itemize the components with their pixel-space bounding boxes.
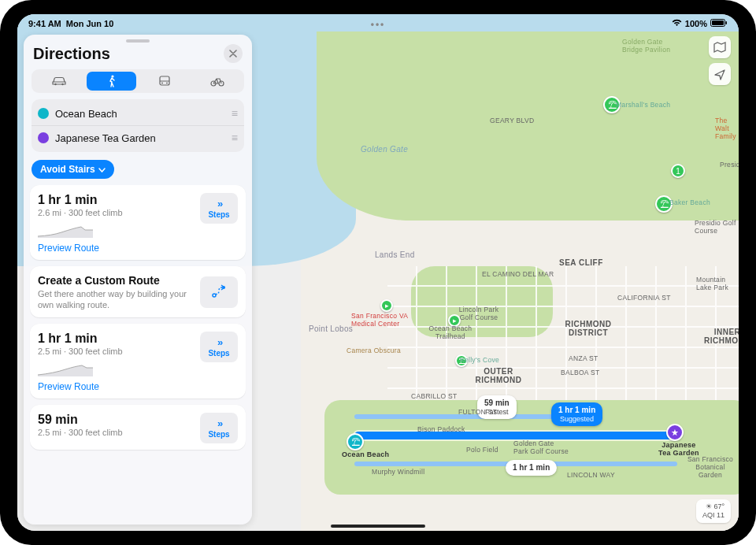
avoid-options-button[interactable]: Avoid Stairs — [32, 160, 114, 179]
weather-aqi: AQI 11 — [702, 511, 724, 519]
map-label: INNER RICHMOND — [704, 328, 739, 345]
route-option-card[interactable]: 59 min 2.5 mi · 300 feet climb » Steps — [30, 405, 246, 450]
map-label: Murphy Windmill — [372, 468, 424, 476]
steps-button[interactable]: » Steps — [200, 413, 238, 443]
origin-dot-icon — [38, 108, 49, 119]
route-marker-icon[interactable]: 1 — [671, 164, 685, 178]
map-mode-button[interactable] — [709, 36, 731, 58]
route-callout-alt[interactable]: 1 hr 1 min — [506, 460, 557, 476]
svg-point-4 — [61, 83, 63, 85]
weather-temp: 67° — [713, 502, 724, 510]
map-label: Presidio — [720, 161, 739, 169]
custom-route-subtitle: Get there another way by building your o… — [38, 288, 194, 311]
route-option-card[interactable]: 1 hr 1 min 2.6 mi · 300 feet climb » Ste… — [30, 185, 246, 260]
route-detail: 2.5 mi · 300 feet climb — [38, 428, 194, 437]
reorder-handle-icon[interactable]: ≡ — [232, 132, 238, 144]
steps-label: Steps — [208, 349, 229, 358]
steps-button[interactable]: » Steps — [200, 332, 238, 362]
destination-dot-icon — [38, 132, 49, 143]
origin-row[interactable]: Ocean Beach ≡ — [32, 102, 244, 125]
map-label: Bison Paddock — [417, 425, 465, 433]
steps-button[interactable]: » Steps — [200, 193, 238, 224]
steps-arrow-icon: » — [217, 336, 220, 348]
route-suggested-line[interactable] — [354, 432, 677, 439]
multitask-dots-icon[interactable]: ••• — [371, 19, 386, 30]
poi-pin-icon[interactable]: ▸ — [380, 299, 393, 312]
directions-panel: Directions — [24, 35, 252, 525]
map-label: ANZA ST — [569, 354, 598, 362]
map-label: CALIFORNIA ST — [617, 294, 671, 302]
chevron-down-icon — [98, 164, 106, 175]
origin-pin-icon[interactable]: ⛱ — [346, 433, 364, 450]
close-button[interactable] — [224, 44, 243, 63]
map-label: The Walt Family — [715, 117, 739, 140]
destination-pin-icon[interactable]: ★ — [666, 424, 684, 441]
callout-time: 59 min — [484, 399, 510, 407]
route-builder-icon — [211, 284, 227, 301]
panel-title: Directions — [33, 45, 110, 63]
custom-route-title: Create a Custom Route — [38, 274, 194, 287]
steps-arrow-icon: » — [217, 198, 220, 209]
custom-route-button[interactable] — [200, 276, 238, 308]
mode-transit-button[interactable] — [139, 72, 189, 91]
preview-route-link[interactable]: Preview Route — [38, 381, 238, 392]
transport-mode-segment — [32, 69, 244, 93]
route-callout-suggested[interactable]: 1 hr 1 min Suggested — [551, 402, 602, 426]
svg-point-12 — [213, 294, 216, 297]
battery-icon — [710, 19, 728, 28]
panel-grabber[interactable] — [126, 39, 150, 43]
steps-label: Steps — [208, 430, 229, 439]
steps-label: Steps — [208, 210, 229, 219]
map-label: Polo Field — [466, 446, 498, 454]
map-label: CABRILLO ST — [411, 392, 458, 400]
destination-row[interactable]: Japanese Tea Garden ≡ — [32, 125, 244, 150]
map-label: Lincoln Park Golf Course — [455, 306, 502, 321]
route-time: 59 min — [38, 413, 194, 427]
route-option-card[interactable]: 1 hr 1 min 2.5 mi · 300 feet climb » Ste… — [30, 324, 246, 399]
custom-route-card[interactable]: Create a Custom Route Get there another … — [30, 266, 246, 317]
home-indicator[interactable] — [331, 525, 425, 528]
svg-rect-2 — [726, 21, 728, 24]
route-detail: 2.6 mi · 300 feet climb — [38, 208, 194, 217]
svg-point-3 — [54, 83, 56, 85]
map-label: Kelly's Cove — [460, 356, 499, 364]
elevation-spark-icon — [38, 222, 93, 238]
route-endpoints: Ocean Beach ≡ Japanese Tea Garden ≡ — [32, 99, 244, 152]
svg-point-9 — [166, 82, 168, 83]
destination-name: Japanese Tea Garden — [55, 132, 225, 144]
battery-pct: 100% — [685, 19, 707, 28]
callout-time: 1 hr 1 min — [513, 463, 550, 472]
map-label: Golden Gate — [361, 145, 408, 154]
map-label: Ocean Beach Trailhead — [427, 324, 474, 340]
reorder-handle-icon[interactable]: ≡ — [232, 107, 238, 120]
status-bar: 9:41 AM Mon Jun 10 ••• 100% — [17, 14, 739, 30]
map-label: OUTER RICHMOND — [471, 367, 526, 384]
mode-walk-button[interactable] — [87, 72, 136, 91]
svg-point-8 — [161, 82, 163, 83]
elevation-spark-icon — [38, 361, 93, 376]
preview-route-link[interactable]: Preview Route — [38, 243, 238, 254]
map-label: LINCOLN WAY — [567, 471, 615, 479]
status-date: Mon Jun 10 — [66, 19, 114, 28]
svg-point-5 — [111, 75, 113, 77]
mode-bike-button[interactable] — [192, 72, 242, 91]
origin-name: Ocean Beach — [55, 108, 225, 120]
map-label: SEA CLIFF — [559, 258, 603, 267]
status-time: 9:41 AM — [28, 19, 61, 28]
svg-rect-1 — [712, 20, 724, 25]
wifi-icon — [672, 19, 682, 28]
locate-me-button[interactable] — [709, 63, 731, 85]
map-label: Presidio Golf Course — [695, 219, 739, 235]
map-label: GEARY BLVD — [490, 117, 534, 124]
map-label: Baker Beach — [669, 198, 710, 206]
mode-drive-button[interactable] — [34, 72, 83, 91]
route-time: 1 hr 1 min — [38, 332, 194, 346]
weather-chip[interactable]: ☀ 67° AQI 11 — [696, 499, 731, 523]
map-label: Golden Gate Bridge Pavilion — [622, 38, 677, 54]
callout-tag: Suggested — [558, 415, 595, 423]
map-label: San Francisco Botanical Garden — [683, 455, 738, 479]
destination-label: JapaneseTea Garden — [658, 441, 699, 457]
map-label: Marshall's Beach — [616, 101, 670, 109]
map-label: Golden Gate Park Golf Course — [513, 439, 569, 455]
map-label: RICHMOND DISTRICT — [561, 320, 616, 337]
